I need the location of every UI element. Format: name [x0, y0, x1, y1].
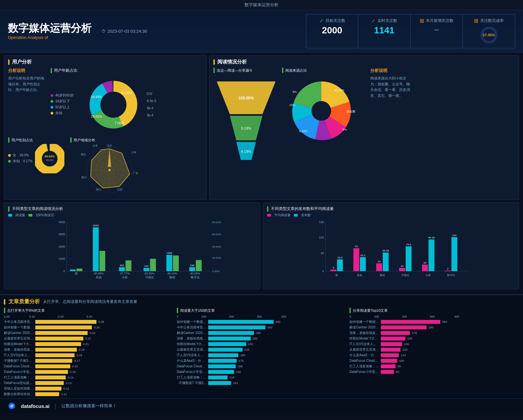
list-item: 如何创建一个数据驱...400 [177, 320, 346, 324]
gender-chart: 用户性别占比 女 39.0% 未知 0.17 [8, 137, 67, 196]
read-legend-bar [8, 214, 12, 217]
svg-text:46.14%: 46.14% [167, 272, 177, 275]
funnel-title-bar [213, 68, 215, 73]
stat-value-1: 2000 [315, 25, 349, 36]
svg-text:80.00%: 80.00% [212, 221, 221, 224]
article-quality-section: 文章质量分析 从打开率、总阅读量和分享阅读情况考量发布文章质量 总打开率大于8%… [0, 294, 523, 398]
svg-text:34.6: 34.6 [337, 256, 343, 259]
reading-analysis-title: 阅读情况分析 [217, 59, 247, 65]
age-chart-title: 用户年龄占比 [54, 68, 77, 73]
main-content: 用户分析 分析说明 用户分析包含用户的地域分布、用户性别占比、用户年龄占比。 用… [0, 53, 523, 294]
legend-dot-2 [51, 100, 53, 103]
list-item: DataFocus Cloud今...168 [177, 364, 346, 369]
reading-analysis-label: 分析说明 [370, 68, 413, 74]
gender-dot-1 [8, 154, 11, 157]
age-title-bar [51, 68, 52, 73]
svg-rect-109 [337, 259, 343, 271]
svg-text:北京: 北京 [107, 144, 112, 147]
count-legend-bar [294, 214, 298, 217]
svg-text:9.19%: 9.19% [241, 126, 251, 130]
type-publish-title-bar [267, 206, 268, 212]
share-bars: 如何创建一个数据驱...363解读Gartner 2020数...280深夜，老… [349, 320, 519, 374]
subtitle: Operation Analysis of [8, 35, 92, 40]
svg-text:10: 10 [401, 265, 404, 268]
svg-text:2: 2 [447, 267, 449, 270]
svg-text:教程: 教程 [380, 274, 385, 277]
list-item: 特斯拉Model Y大降价...0.21 [4, 342, 174, 346]
svg-text:40.00%: 40.00% [212, 245, 221, 248]
avg-legend-bar [267, 214, 271, 217]
read-count-bars: 如何创建一个数据驱...400今年公务员国考竞争...350解读Gartner … [177, 320, 346, 385]
funnel-title: 送达—阅读—分享漏斗 [217, 68, 253, 73]
svg-rect-83 [166, 255, 172, 271]
svg-text:298: 298 [190, 264, 194, 267]
svg-text:1360: 1360 [166, 252, 172, 254]
open-rate-title: 总打开率大于8%的文章 [7, 308, 45, 313]
main-title: 数字媒体运营分析 [8, 23, 92, 34]
svg-marker-30 [91, 149, 130, 188]
list-item: DataFocus竞钻级模压...0.13 [4, 381, 174, 385]
svg-rect-65 [70, 270, 76, 271]
svg-text:数字化: 数字化 [191, 276, 200, 279]
svg-text:60.83%: 60.83% [45, 155, 55, 158]
list-item: 特斯拉Model Y大降价...150 [349, 336, 519, 341]
svg-text:15%: 15% [289, 103, 295, 107]
funnel-section: 送达—阅读—分享漏斗 100.00% 9.19% 4.19% [213, 68, 279, 161]
list-item: IT人员VS业务人员辩...0.18 [4, 353, 174, 358]
age-donut-svg: 43.26% 24.44% 24.61% 7.08% [84, 75, 143, 134]
svg-text:6.14%: 6.14% [299, 130, 308, 133]
list-item: 什么是AaaS：分析即...110 [349, 353, 519, 358]
share-count-title-bar [349, 308, 351, 313]
list-item: 从最新世界五百强企...210 [177, 347, 346, 352]
svg-rect-88 [189, 267, 195, 271]
list-item: IT人员VS业务人员辩...130 [349, 342, 519, 346]
svg-rect-124 [406, 246, 412, 271]
svg-text:43.26%: 43.26% [121, 91, 132, 95]
legend-dot-1 [51, 94, 53, 97]
open-rate-axis: 0.00 0.10 0.20 0.30 [4, 315, 174, 318]
region-title: 用户地域分布 [74, 138, 95, 143]
svg-text:60.00%: 60.00% [212, 233, 221, 236]
list-item: DataFocus Cloud今日...0.16 [4, 364, 174, 369]
legend-item-2: 18岁以下 [51, 99, 80, 104]
stat-value-2: 1141 [367, 25, 401, 36]
share-count-section: 分享阅读量Top10文章 0 100 200 300 400 如何创建一个数据驱… [349, 308, 519, 396]
reading-title-bar [213, 60, 215, 65]
article-quality-charts: 总打开率大于8%的文章 0.00 0.10 0.20 0.30 今年公务员国考竞… [4, 308, 519, 396]
svg-rect-68 [93, 227, 99, 271]
header-title-group: 数字媒体运营分析 Operation Analysis of [8, 23, 92, 40]
svg-rect-80 [150, 259, 156, 271]
reading-analysis-panel: 阅读情况分析 送达—阅读—分享漏斗 100.00% [209, 55, 519, 200]
svg-text:100: 100 [319, 236, 324, 239]
open-rate-title-bar [4, 308, 5, 313]
svg-text:浙江: 浙江 [96, 188, 101, 191]
svg-text:4000: 4000 [59, 220, 65, 224]
age-donut-container: 46岁到60岁 18岁以下 60岁以上 [51, 75, 202, 134]
svg-text:150: 150 [319, 220, 324, 224]
footer-logo-text: datafocus.ai [21, 403, 50, 409]
datetime-value: 2023-07-03 03:24:36 [108, 29, 147, 34]
svg-text:新: 新 [335, 274, 338, 277]
analysis-label: 分析说明 [8, 68, 47, 74]
svg-point-47 [312, 101, 331, 121]
svg-rect-73 [119, 267, 125, 271]
svg-rect-66 [76, 269, 82, 271]
list-item: 从最新世界五百强企...0.22 [4, 336, 174, 341]
type-read-panel: 不同类型文章的阅读情况分析 阅读量 100%阅读完 4000 3 [4, 202, 260, 289]
user-analysis-content: 分析说明 用户分析包含用户的地域分布、用户性别占比、用户年龄占比。 用户年龄占比 [8, 68, 202, 134]
user-title-bar [8, 60, 9, 65]
svg-text:192: 192 [144, 265, 149, 268]
share-count-axis: 0 100 200 300 400 [349, 315, 519, 318]
list-item: 打工人涨薪攻略：年...90 [349, 364, 519, 369]
user-analysis-panel: 用户分析 分析说明 用户分析包含用户的地域分布、用户性别占比、用户年龄占比。 用… [4, 55, 207, 200]
row-2: 不同类型文章的阅读情况分析 阅读量 100%阅读完 4000 3 [4, 202, 519, 289]
reading-analysis-note: 分析说明 阅读来源从大到小依次为：朋友圈、公众号、聊天会话、看一看、历史消息、其… [370, 68, 413, 161]
open-rate-section: 总打开率大于8%的文章 0.00 0.10 0.20 0.30 今年公务员国考竞… [4, 308, 174, 396]
type-read-title-bar [8, 206, 9, 212]
read-count-title-bar [177, 308, 178, 313]
list-item: 不懂数据? 不懂SQ...0.17 [4, 359, 174, 363]
svg-rect-75 [126, 260, 131, 271]
svg-rect-122 [399, 268, 405, 271]
svg-rect-132 [445, 271, 451, 271]
svg-rect-107 [330, 270, 336, 271]
